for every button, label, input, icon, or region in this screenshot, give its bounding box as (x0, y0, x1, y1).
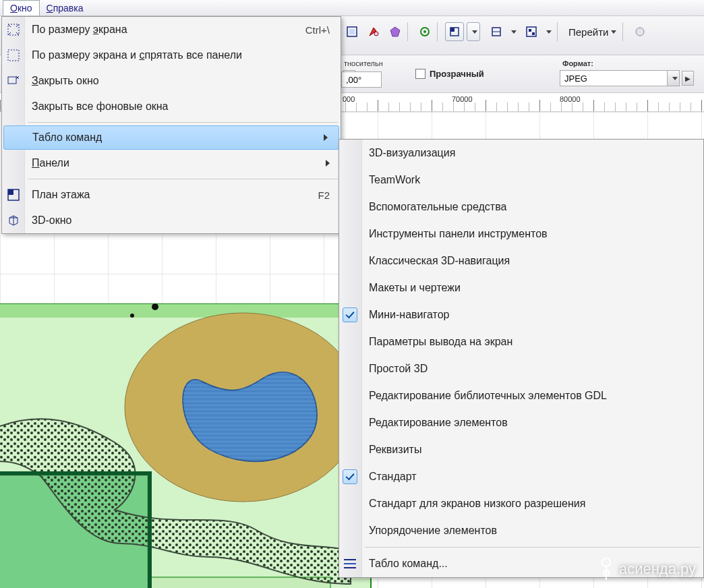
text: крана (98, 24, 127, 35)
menu-item-close-window[interactable]: Закрыть окно (2, 68, 341, 94)
submenu-item[interactable]: Реквизиты (339, 436, 703, 463)
svg-rect-12 (532, 32, 535, 35)
svg-rect-1 (349, 29, 355, 34)
format-select[interactable]: JPEG (560, 70, 668, 86)
text: Простой 3D (369, 363, 428, 375)
tool-icon-gem[interactable] (386, 22, 405, 41)
accel: э (93, 24, 98, 35)
watermark: асиенда.ру (597, 556, 696, 583)
angle-field[interactable]: ,00° (341, 71, 382, 88)
check-icon (343, 469, 357, 484)
menu-item-3d-window[interactable]: 3D-окно (2, 208, 341, 233)
toolbars-icon (344, 559, 356, 568)
relative-label: тносительн (341, 58, 386, 69)
submenu-item[interactable]: Простой 3D (339, 355, 703, 382)
svg-point-5 (423, 30, 426, 33)
format-label: Формат: (560, 58, 694, 69)
text: Макеты и чертежи (369, 282, 461, 294)
transparent-label: Прозрачный (430, 69, 484, 79)
menu-item-close-all-bg[interactable]: Закрыть все фоновые окна (2, 94, 341, 119)
submenu-item[interactable]: Стандарт для экранов низкого разрешения (339, 490, 703, 517)
svg-point-29 (602, 558, 610, 566)
text: План этажа (32, 189, 90, 201)
fit-hide-icon (6, 48, 21, 63)
text: Упорядочение элементов (369, 525, 497, 537)
text: Стандарт (369, 471, 417, 483)
menu-help-label: правка (53, 3, 84, 13)
submenu-item[interactable]: Вспомогательные средства (339, 194, 703, 220)
transparent-checkbox[interactable] (415, 69, 426, 79)
text: Редактирование библиотечных элементов GD… (369, 390, 607, 402)
toolbar-separator (557, 22, 562, 41)
menu-item-fit-screen[interactable]: По размеру экрана Ctrl+\ (2, 17, 341, 42)
close-window-icon (6, 74, 21, 88)
menu-item-panels[interactable]: Панели (2, 150, 341, 176)
submenu-item[interactable]: Классическая 3D-навигация (339, 247, 703, 274)
format-extra-button[interactable]: ▶ (682, 71, 694, 86)
menu-window-accel: О (10, 3, 18, 13)
svg-rect-11 (529, 29, 531, 32)
floor-plan-icon (6, 187, 21, 202)
3d-window-icon (6, 213, 21, 228)
toolbar-separator (407, 22, 413, 41)
svg-marker-3 (390, 27, 400, 36)
submenu-arrow-icon (326, 160, 330, 167)
svg-rect-7 (450, 28, 454, 32)
text: 3D-визуализация (369, 147, 455, 159)
svg-point-2 (374, 32, 378, 36)
submenu-item[interactable]: Редактирование библиотечных элементов GD… (339, 382, 703, 409)
watermark-text: асиенда.ру (619, 560, 696, 578)
goto-button[interactable]: Перейти (564, 22, 621, 41)
ruler-tick-label: 000 (343, 95, 355, 103)
submenu-item[interactable]: Параметры вывода на экран (339, 328, 703, 355)
submenu-arrow-icon (324, 134, 328, 141)
tool-icon-plan[interactable] (445, 22, 464, 41)
svg-point-17 (130, 314, 134, 318)
accel: З (32, 75, 38, 86)
shortcut-label: F2 (318, 189, 330, 201)
submenu-item[interactable]: Редактирование элементов (339, 409, 703, 436)
menu-item-toolbars[interactable]: Табло команд (3, 125, 339, 150)
chevron-down-icon (672, 77, 678, 80)
submenu-item[interactable]: Инструменты панели инструментов (339, 220, 703, 247)
menubar: Окно Справка (0, 0, 704, 16)
chevron-down-icon[interactable] (511, 30, 517, 34)
menu-separator (28, 122, 338, 123)
tool-icon-a[interactable] (343, 22, 361, 41)
tool-icon-section[interactable] (487, 22, 506, 41)
shortcut-label: Ctrl+\ (305, 24, 330, 36)
submenu-item[interactable]: TeamWork (339, 167, 703, 194)
text: Вспомогательные средства (369, 201, 506, 213)
text: Инструменты панели инструментов (369, 228, 548, 240)
menu-window-label: кно (18, 3, 32, 13)
check-icon (343, 307, 357, 322)
menu-item-floor-plan[interactable]: План этажа F2 (2, 182, 341, 208)
svg-point-16 (152, 303, 158, 310)
tool-plan-dropdown[interactable] (467, 22, 480, 41)
tool-icon-extra[interactable] (630, 22, 649, 41)
menu-item-fit-hide-panels[interactable]: По размеру экрана и спрятать все панели (2, 42, 341, 68)
text: Табло команд... (369, 558, 448, 570)
text: По размеру (32, 24, 93, 35)
chevron-down-icon[interactable] (546, 30, 552, 34)
menu-window[interactable]: Окно (3, 0, 40, 16)
submenu-item[interactable]: 3D-визуализация (339, 140, 703, 167)
text: Закрыть все фоновые окна (32, 100, 169, 113)
submenu-item[interactable]: Упорядочение элементов (339, 517, 703, 544)
submenu-item[interactable]: Макеты и чертежи (339, 274, 703, 301)
submenu-separator (365, 547, 701, 548)
accel: П (32, 157, 40, 169)
text: анели (40, 157, 69, 169)
submenu-item-mini-navigator[interactable]: Мини-навигатор (339, 301, 703, 328)
tool-icon-layout[interactable] (522, 22, 541, 41)
menu-help[interactable]: Справка (40, 0, 90, 16)
format-dropdown-handle[interactable] (668, 70, 680, 86)
text: 3D-окно (32, 214, 71, 227)
goto-label: Перейти (568, 26, 608, 38)
fit-screen-icon (6, 22, 21, 37)
text: По размеру экрана и (32, 49, 139, 61)
svg-rect-26 (8, 77, 16, 84)
tool-icon-lamp[interactable] (364, 22, 383, 41)
tool-icon-target[interactable] (415, 22, 434, 41)
submenu-item-standard[interactable]: Стандарт (339, 463, 703, 490)
